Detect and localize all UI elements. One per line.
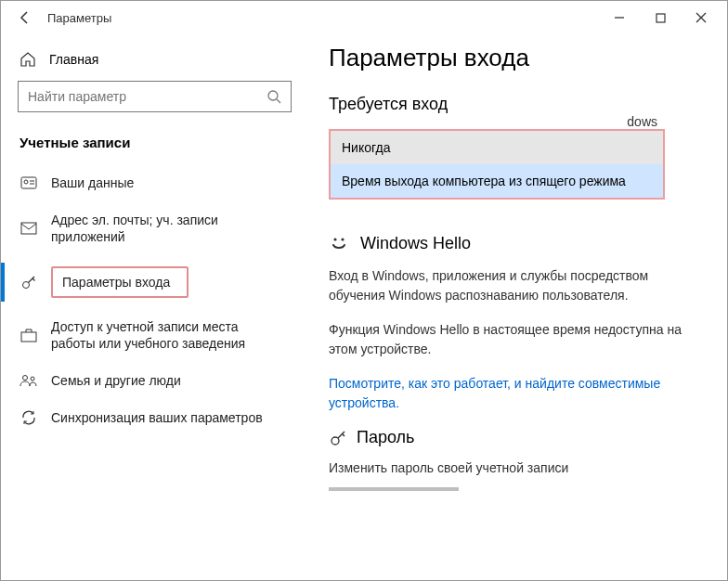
sidebar-item-label: Адрес эл. почты; уч. записи приложений [51, 212, 284, 245]
hello-description: Вход в Windows, приложения и службы поср… [329, 266, 700, 305]
hello-unavailable: Функция Windows Hello в настоящее время … [329, 320, 700, 359]
sidebar-item-label: Ваши данные [51, 174, 134, 191]
home-link[interactable]: Главная [18, 51, 292, 68]
sync-icon [20, 409, 38, 426]
sidebar-item-family[interactable]: Семья и другие люди [18, 365, 292, 396]
svg-line-11 [32, 278, 35, 281]
smile-icon [329, 233, 349, 253]
hello-header: Windows Hello [329, 233, 701, 253]
password-header: Пароль [329, 428, 701, 447]
sidebar-item-label: Семья и другие люди [51, 372, 181, 389]
sidebar-item-label: Параметры входа [62, 275, 170, 290]
svg-rect-1 [656, 14, 665, 22]
search-icon [266, 89, 281, 104]
sidebar-item-signin[interactable]: Параметры входа [18, 259, 292, 305]
svg-line-19 [343, 433, 345, 436]
hello-link[interactable]: Посмотрите, как это работает, и найдите … [329, 374, 700, 413]
sidebar-item-info[interactable]: Ваши данные [18, 167, 292, 199]
maximize-button[interactable] [640, 4, 681, 32]
page-title: Параметры входа [329, 44, 701, 72]
svg-point-9 [23, 281, 30, 288]
sidebar-item-label: Синхронизация ваших параметров [51, 409, 263, 426]
minimize-button[interactable] [599, 4, 640, 32]
sidebar-item-work[interactable]: Доступ к учетной записи места работы или… [18, 311, 292, 359]
option-sleep[interactable]: Время выхода компьютера из спящего режим… [331, 164, 663, 198]
signin-dropdown[interactable]: dows Никогда Время выхода компьютера из … [329, 129, 665, 200]
mail-icon [20, 222, 38, 235]
back-button[interactable] [12, 5, 38, 31]
password-title: Пароль [357, 428, 414, 447]
key-icon [329, 429, 347, 447]
cutoff-text: dows [627, 114, 657, 129]
category-title: Учетные записи [18, 135, 292, 150]
settings-window: Параметры Главная [0, 0, 728, 581]
sidebar: Главная Учетные записи Ваши данные Адр [1, 34, 303, 580]
svg-rect-8 [21, 223, 36, 234]
svg-point-5 [24, 180, 28, 184]
search-input[interactable] [28, 89, 266, 104]
sidebar-item-label: Доступ к учетной записи места работы или… [51, 318, 284, 352]
password-description: Изменить пароль своей учетной записи [329, 458, 700, 478]
svg-point-16 [341, 238, 344, 240]
close-button[interactable] [681, 4, 722, 32]
briefcase-icon [20, 328, 38, 342]
people-icon [20, 373, 38, 388]
person-card-icon [20, 176, 38, 189]
option-never[interactable]: Никогда [331, 131, 663, 164]
svg-point-13 [23, 376, 28, 381]
hello-title: Windows Hello [360, 234, 471, 253]
home-icon [20, 51, 36, 68]
window-title: Параметры [47, 11, 111, 25]
svg-point-15 [333, 238, 336, 240]
svg-point-17 [332, 437, 339, 445]
svg-point-2 [268, 91, 278, 100]
home-label: Главная [49, 52, 98, 67]
svg-line-3 [277, 99, 280, 103]
svg-point-14 [31, 377, 34, 381]
svg-rect-4 [21, 177, 36, 188]
search-box[interactable] [18, 81, 292, 112]
svg-rect-12 [21, 332, 36, 342]
main-panel: Параметры входа Требуется вход dows Нико… [303, 34, 727, 580]
sidebar-item-sync[interactable]: Синхронизация ваших параметров [18, 402, 292, 433]
titlebar: Параметры [1, 1, 727, 34]
sidebar-item-email[interactable]: Адрес эл. почты; уч. записи приложений [18, 204, 292, 252]
content-area: Главная Учетные записи Ваши данные Адр [1, 34, 727, 580]
require-signin-title: Требуется вход [329, 95, 701, 114]
window-controls [599, 4, 722, 32]
divider-line [329, 487, 459, 491]
key-icon [20, 274, 38, 290]
